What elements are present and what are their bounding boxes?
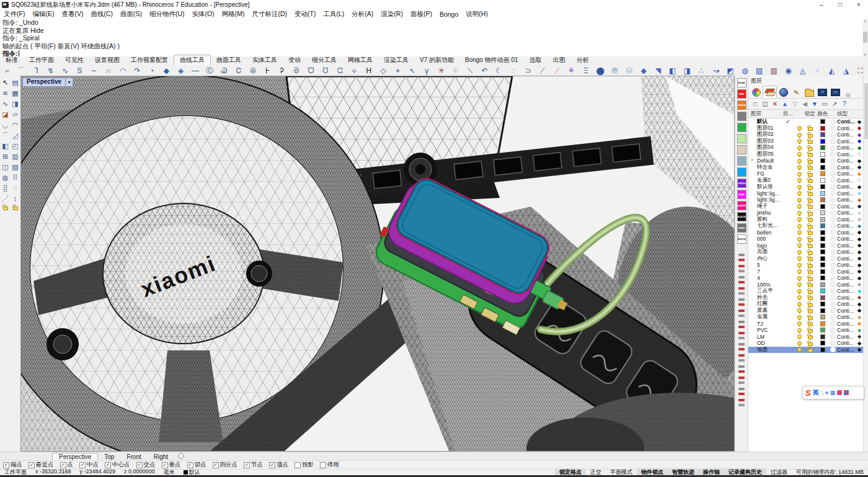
swatch-light-green[interactable] [737, 134, 746, 143]
library-tab-icon[interactable] [803, 87, 816, 98]
layer-lock-toggle[interactable] [804, 341, 816, 346]
viewport-menu-caret-icon[interactable]: ▼ [66, 78, 73, 87]
analyze-curvature-icon[interactable]: ↝ [709, 66, 723, 76]
layer-material[interactable] [829, 275, 837, 281]
analyze-walk-icon[interactable]: ⁖ [810, 66, 824, 76]
layer-lock-toggle[interactable] [804, 171, 816, 177]
layer-lock-toggle[interactable] [804, 282, 816, 287]
edge-curve-icon[interactable]: ⟋ [535, 66, 549, 76]
layer-linetype[interactable]: Conti... [837, 230, 856, 236]
layer-color-swatch[interactable] [816, 223, 829, 228]
arc-3pt-icon[interactable]: ◠ [116, 66, 130, 76]
filter-icon[interactable]: ▼ [810, 100, 819, 109]
layer-material[interactable] [829, 288, 837, 294]
layer-visibility-toggle[interactable] [794, 347, 804, 352]
layer-color-swatch[interactable] [816, 184, 829, 189]
menu-曲面(S)[interactable]: 曲面(S) [117, 10, 146, 19]
dot-circle-icon[interactable]: ◌ [11, 183, 20, 194]
layer-lock-toggle[interactable] [804, 216, 816, 222]
osnap-停用[interactable]: 停用 [320, 461, 339, 469]
print-color-diamond[interactable]: ◆ [856, 210, 863, 216]
layer-linetype[interactable]: Conti... [837, 256, 856, 262]
mesh-sphere-icon[interactable]: ◍ [1, 172, 11, 183]
print-color-diamond[interactable]: ◆ [856, 243, 863, 248]
pot-icon[interactable]: ⛁ [622, 66, 636, 76]
layer-lock-toggle[interactable] [804, 203, 816, 209]
layer-row-金属[interactable]: 金属Conti...◆ [748, 314, 863, 321]
print-color-diamond[interactable]: ◆ [856, 216, 863, 222]
spiral-icon[interactable]: S [73, 66, 87, 76]
layer-visibility-toggle[interactable] [794, 237, 804, 241]
bongo-rail-icon[interactable] [737, 287, 746, 295]
handle-curve-icon[interactable]: ◔ [144, 66, 159, 76]
menu-尺寸标注(D)[interactable]: 尺寸标注(D) [249, 10, 291, 19]
layer-material[interactable] [829, 197, 837, 203]
window-icon[interactable]: ▥ [11, 151, 20, 162]
layer-material[interactable] [829, 282, 837, 287]
polyline-curve-icon[interactable]: ↯ [43, 66, 58, 76]
analyze-hatch-icon[interactable]: ▨ [752, 66, 766, 76]
menu-编辑(E)[interactable]: 编辑(E) [29, 10, 58, 19]
cup-icon[interactable]: ⛃ [608, 66, 622, 76]
bongo-damper-icon[interactable] [737, 398, 746, 407]
waves-icon[interactable]: ∿ [1, 99, 11, 109]
layer-row-绳子[interactable]: 绳子Conti...◆ [748, 203, 863, 210]
menu-渲染(R)[interactable]: 渲染(R) [377, 10, 407, 19]
input-method-bar[interactable]: S 英 ’, ♦ ▦ [802, 386, 864, 399]
tab-Bongo 物件动画 01[interactable]: Bongo 物件动画 01 [459, 55, 524, 65]
print-color-diamond[interactable]: ◆ [856, 223, 863, 229]
extend-icon[interactable]: ◇ [376, 66, 391, 76]
curve-icon[interactable]: ⌒ [14, 66, 29, 76]
layer-visibility-toggle[interactable] [794, 341, 804, 345]
ellipse-icon[interactable]: Ꮳ [231, 66, 246, 76]
layer-visibility-toggle[interactable] [794, 243, 804, 247]
layer-visibility-toggle[interactable] [794, 159, 804, 163]
bongo-ik-icon[interactable] [737, 342, 746, 351]
scroll-down-icon[interactable]: ∨ [862, 52, 868, 56]
print-color-diamond[interactable]: ◆ [856, 138, 863, 144]
checkbox-中心点[interactable]: ✓ [105, 462, 111, 468]
layer-color-swatch[interactable] [816, 230, 829, 235]
layer-linetype[interactable]: Conti... [837, 164, 856, 171]
print-color-diamond[interactable]: ◆ [856, 282, 863, 287]
layer-lock-toggle[interactable] [804, 262, 816, 268]
layer-row-图层05[interactable]: 图层05Conti...◇ [748, 151, 863, 158]
layer-lock-toggle[interactable] [804, 145, 816, 151]
checkbox-点[interactable]: ✓ [60, 462, 66, 468]
expand-icon[interactable]: > [751, 158, 753, 162]
layer-linetype[interactable]: Conti... [837, 118, 856, 125]
layer-lock-toggle[interactable] [804, 151, 816, 157]
layer-color-swatch[interactable] [816, 295, 829, 300]
layer-lock-toggle[interactable] [804, 275, 816, 281]
print-color-diamond[interactable]: ◆ [856, 190, 863, 196]
osnap-四分点[interactable]: ✓四分点 [213, 461, 238, 469]
bend-icon[interactable]: ◿ [11, 130, 20, 141]
panel-menu-icon[interactable]: ◎ [846, 92, 851, 98]
layer-visibility-toggle[interactable] [794, 230, 804, 234]
current-layer-check[interactable]: ✓ [782, 118, 794, 125]
layers-scroll-thumb[interactable] [864, 83, 868, 139]
swatch-green[interactable] [737, 123, 746, 132]
layer-material[interactable] [829, 190, 837, 196]
cross-section-icon[interactable]: γ [420, 66, 434, 76]
print-color-diamond[interactable]: ◇ [856, 177, 863, 183]
layer-material[interactable] [829, 164, 837, 170]
layer-material[interactable] [829, 223, 837, 229]
layer-lock-toggle[interactable] [804, 184, 816, 190]
print-color-diamond[interactable]: ◆ [856, 275, 863, 281]
curve-through-icon[interactable]: ↷ [130, 66, 144, 76]
axis-points-icon[interactable]: ↕ [11, 194, 20, 204]
layer-color-swatch[interactable] [816, 288, 829, 293]
print-color-diamond[interactable]: ◆ [856, 295, 863, 300]
layer-linetype[interactable]: Conti... [837, 125, 856, 132]
layer-color-swatch[interactable] [816, 132, 829, 137]
layer-lock-toggle[interactable] [804, 314, 816, 320]
layer-row-000[interactable]: 000Conti...◆ [748, 236, 863, 243]
layer-color-swatch[interactable] [816, 152, 829, 157]
analyze-box-3-icon[interactable]: ◩ [723, 66, 737, 76]
column-header-目...[interactable]: 目... [782, 110, 794, 118]
print-color-diamond[interactable]: ◆ [856, 125, 863, 131]
layer-row-地面[interactable]: 地面Conti...◆ [748, 347, 863, 354]
layer-color-swatch[interactable] [816, 145, 829, 150]
layer-linetype[interactable]: Conti... [837, 347, 856, 353]
